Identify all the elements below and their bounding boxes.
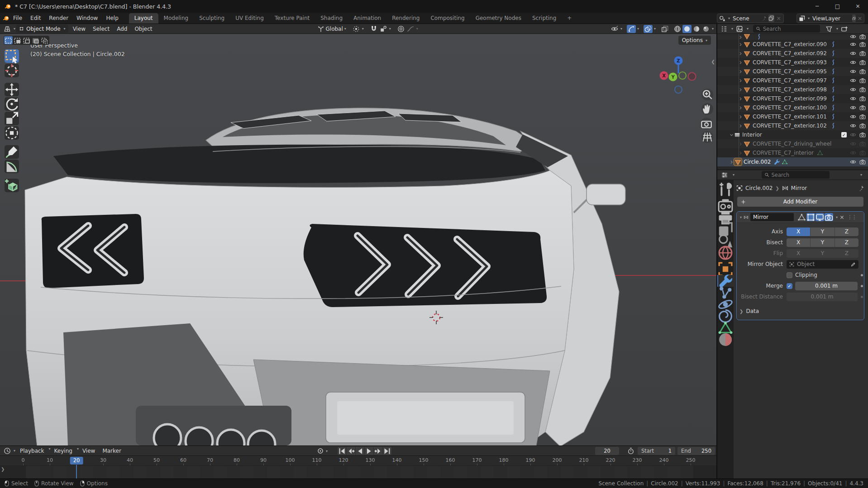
viewport-menu-view[interactable]: View <box>69 25 89 33</box>
drag-handle-icon[interactable]: ⋮⋮ <box>847 214 856 220</box>
select-mode-extend[interactable] <box>13 36 22 44</box>
measure-tool[interactable] <box>5 160 19 173</box>
pivot-point-icon[interactable] <box>352 25 361 33</box>
end-frame-field[interactable]: End250 <box>677 447 715 455</box>
select-box-tool[interactable] <box>5 49 19 63</box>
breadcrumb-object[interactable]: Circle.002 <box>745 185 773 191</box>
select-mode-subtract[interactable] <box>22 36 31 44</box>
chevron-right-icon[interactable] <box>738 142 743 147</box>
pan-button[interactable] <box>701 103 713 115</box>
outliner-row-corvette-c7-interior[interactable]: CORVETTE_C7_interior <box>717 148 868 157</box>
display-mode-icon[interactable] <box>735 25 744 33</box>
outliner-row-corvette-c7-exterior-102[interactable]: CORVETTE_C7_exterior.102 <box>717 121 868 130</box>
hide-in-viewport-icon[interactable] <box>850 141 856 147</box>
tool-icon[interactable] <box>717 184 734 195</box>
eyedropper-icon[interactable] <box>851 262 856 267</box>
minimize-button[interactable]: ─ <box>807 0 827 13</box>
modifier-extras-icon[interactable]: ▾ <box>836 215 838 219</box>
bisect-y-button[interactable]: Y <box>811 238 835 247</box>
outliner-row-corvette-c7-exterior-100[interactable]: CORVETTE_C7_exterior.100 <box>717 103 868 112</box>
hide-in-viewport-icon[interactable] <box>850 59 856 66</box>
xray-toggle-icon[interactable] <box>660 25 669 33</box>
auto-keying-icon[interactable] <box>316 447 325 455</box>
cursor-tool[interactable] <box>5 64 19 77</box>
jump-end-button[interactable] <box>383 447 391 455</box>
world-icon[interactable] <box>717 247 734 259</box>
shading-material-icon[interactable] <box>692 25 701 33</box>
workspace-tab-sculpting[interactable]: Sculpting <box>194 13 230 24</box>
menu-help[interactable]: Help <box>102 14 122 23</box>
outliner-row-interior[interactable]: Interior✓ <box>717 130 868 139</box>
hide-in-viewport-icon[interactable] <box>850 34 856 40</box>
timeline-menu-playback[interactable]: Playback <box>16 447 48 455</box>
channels-expand-icon[interactable]: ❯ <box>1 467 5 472</box>
workspace-tab-rendering[interactable]: Rendering <box>386 13 425 24</box>
animate-dot-icon[interactable] <box>861 285 863 287</box>
axis-y-button[interactable]: Y <box>811 227 835 236</box>
outliner-row-corvette-c7-exterior-093[interactable]: CORVETTE_C7_exterior.093 <box>717 58 868 67</box>
timeline-ruler[interactable]: 0103040506070809010011012013014015016017… <box>0 456 716 466</box>
disable-in-renders-icon[interactable] <box>859 50 866 57</box>
workspace-tab-shading[interactable]: Shading <box>315 13 348 24</box>
menu-file[interactable]: File <box>9 14 26 23</box>
select-mode-new[interactable] <box>4 36 13 44</box>
properties-search[interactable] <box>762 171 830 179</box>
chevron-right-icon[interactable] <box>738 51 743 56</box>
outliner-row-corvette-c7-exterior-095[interactable]: CORVETTE_C7_exterior.095 <box>717 67 868 76</box>
chevron-right-icon[interactable] <box>738 42 743 47</box>
falloff-curve-icon[interactable] <box>406 25 415 33</box>
chevron-right-icon[interactable] <box>738 151 743 156</box>
viewport-menu-select[interactable]: Select <box>89 25 113 33</box>
overlays-toggle-icon[interactable] <box>644 25 653 33</box>
workspace-tab-uv-editing[interactable]: UV Editing <box>230 13 269 24</box>
hide-in-viewport-icon[interactable] <box>850 159 856 165</box>
scene-selector[interactable]: ▾ Scene ✕ <box>717 14 784 23</box>
chevron-right-icon[interactable] <box>738 123 743 128</box>
close-icon[interactable] <box>839 215 844 220</box>
disable-in-renders-icon[interactable] <box>859 95 866 102</box>
clipping-checkbox[interactable] <box>787 272 792 278</box>
viewport-canvas[interactable] <box>0 34 716 445</box>
workspace-tab-geometry-nodes[interactable]: Geometry Nodes <box>470 13 527 24</box>
disable-in-renders-icon[interactable] <box>859 104 866 111</box>
bisect-x-button[interactable]: X <box>787 238 811 247</box>
prev-keyframe-button[interactable] <box>347 447 355 455</box>
hide-in-viewport-icon[interactable] <box>850 86 856 93</box>
chevron-down-icon[interactable] <box>729 133 734 137</box>
zoom-button[interactable] <box>701 89 713 100</box>
playhead-line[interactable] <box>76 465 77 479</box>
snap-target-icon[interactable] <box>379 25 388 33</box>
editor-type-button[interactable] <box>3 25 12 33</box>
pin-icon[interactable] <box>858 185 864 191</box>
properties-options-icon[interactable]: ▾ <box>856 171 865 179</box>
properties-search-input[interactable] <box>772 172 827 178</box>
chevron-right-icon[interactable] <box>738 35 743 40</box>
outliner-row-circle-002[interactable]: Circle.002 <box>717 157 868 166</box>
disable-in-renders-icon[interactable] <box>859 141 866 147</box>
disable-in-renders-icon[interactable] <box>859 123 866 129</box>
animate-dot-icon[interactable] <box>861 274 863 276</box>
outliner-row-corvette-c7-driving-wheel[interactable]: CORVETTE_C7_driving_wheel <box>717 139 868 148</box>
transform-tool[interactable] <box>5 126 19 140</box>
select-mode-intersect[interactable] <box>40 36 49 44</box>
chevron-right-icon[interactable] <box>729 160 734 165</box>
proportional-edit-icon[interactable] <box>396 25 405 33</box>
timeline-menu-marker[interactable]: Marker <box>99 447 124 455</box>
projection-toggle-button[interactable] <box>701 131 713 143</box>
hide-in-viewport-icon[interactable] <box>850 132 856 138</box>
outliner-row-corvette-c7-exterior-099[interactable]: CORVETTE_C7_exterior.099 <box>717 94 868 103</box>
timeline-editor[interactable]: ▾ Playback▾Keying▾ViewMarker ▾ 20 Start1… <box>0 445 716 479</box>
close-button[interactable]: ✕ <box>848 0 868 13</box>
outliner-row-corvette-c7-exterior-092[interactable]: CORVETTE_C7_exterior.092 <box>717 49 868 58</box>
menu-render[interactable]: Render <box>45 14 72 23</box>
filter-icon[interactable] <box>825 25 834 33</box>
orientation-label[interactable]: Global <box>326 26 343 32</box>
disable-in-renders-icon[interactable] <box>859 132 866 138</box>
collapse-chevron-icon[interactable]: ▾ <box>740 215 742 219</box>
outliner-row-corvette-c7-exterior-098[interactable]: CORVETTE_C7_exterior.098 <box>717 85 868 94</box>
collection-checkbox[interactable]: ✓ <box>841 132 847 137</box>
add-cube-tool[interactable] <box>5 179 19 192</box>
editor-type-button[interactable] <box>720 171 729 179</box>
timeline-track-area[interactable] <box>0 466 716 479</box>
merge-checkbox[interactable]: ✓ <box>787 283 792 289</box>
